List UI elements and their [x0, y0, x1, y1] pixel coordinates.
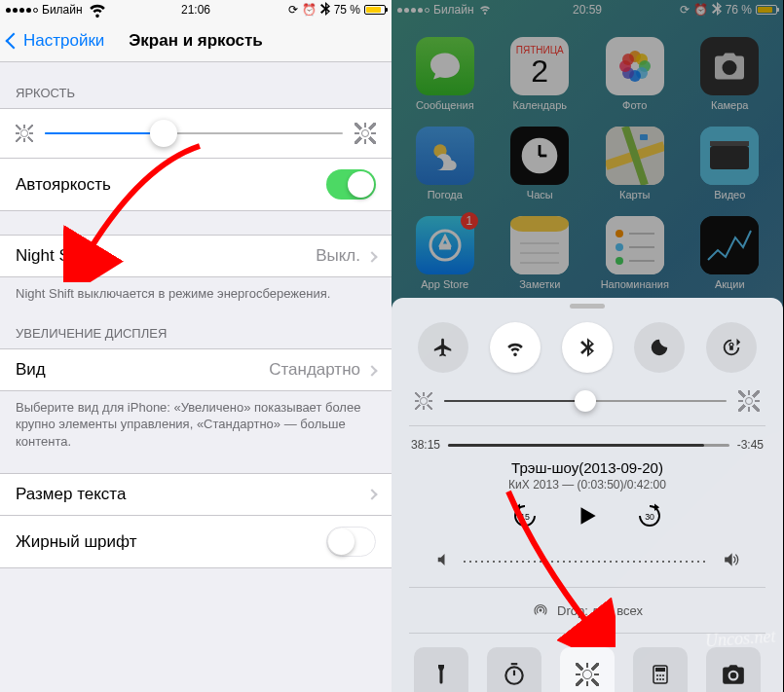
auto-brightness-row[interactable]: Автояркость [0, 158, 392, 211]
elapsed-time: 38:15 [411, 438, 440, 452]
svg-text:30: 30 [645, 512, 654, 522]
volume-low-icon [434, 551, 452, 572]
dnd-toggle[interactable] [634, 322, 685, 373]
svg-rect-31 [729, 346, 733, 350]
chevron-right-icon [366, 365, 377, 376]
sun-high-icon [355, 123, 376, 144]
alarm-icon: ⏰ [302, 3, 317, 17]
night-shift-value: Выкл. [316, 246, 360, 265]
flashlight-button[interactable] [414, 647, 468, 692]
chevron-right-icon [366, 251, 377, 262]
text-size-label: Размер текста [16, 485, 126, 504]
bold-text-toggle[interactable] [326, 527, 376, 557]
nav-bar: Настройки Экран и яркость [0, 19, 392, 62]
svg-point-35 [506, 667, 523, 683]
text-size-row[interactable]: Размер текста [0, 473, 392, 516]
auto-brightness-label: Автояркость [16, 175, 111, 195]
sun-icon [576, 663, 599, 686]
bold-text-label: Жирный шрифт [16, 532, 136, 552]
orientation-lock-icon: ⟳ [288, 3, 298, 17]
cc-brightness-slider[interactable] [444, 400, 727, 402]
section-header-zoom: УВЕЛИЧЕНИЕ ДИСПЛЕЯ [0, 326, 392, 348]
sun-low-icon [415, 392, 432, 410]
settings-screen: Билайн 21:06 ⟳ ⏰ 75 % Настройки Экран и … [0, 0, 392, 692]
skip-fwd-30-button[interactable]: 30 [635, 501, 664, 534]
sun-low-icon [16, 125, 33, 142]
svg-text:15: 15 [520, 512, 530, 522]
svg-point-41 [659, 674, 661, 676]
bluetooth-toggle[interactable] [562, 322, 613, 373]
airplane-toggle[interactable] [418, 322, 468, 373]
sun-high-icon [738, 390, 760, 412]
carrier-label: Билайн [42, 3, 83, 17]
night-shift-button[interactable] [560, 647, 615, 692]
media-subtitle: КиХ 2013 — (0:03:50)/0:42:00 [411, 478, 764, 492]
svg-point-43 [656, 678, 658, 680]
clock: 21:06 [181, 3, 210, 17]
display-zoom-label: Вид [16, 360, 46, 380]
scrubber[interactable] [448, 444, 729, 447]
wifi-toggle[interactable] [490, 322, 541, 373]
brightness-slider[interactable] [45, 132, 343, 134]
play-button[interactable] [575, 503, 600, 532]
display-zoom-footer: Выберите вид для iPhone: «Увеличено» пок… [0, 391, 392, 451]
display-zoom-row[interactable]: Вид Стандартно [0, 348, 392, 391]
cc-handle[interactable] [570, 304, 605, 309]
bluetooth-icon [320, 2, 330, 18]
bold-text-row[interactable]: Жирный шрифт [0, 516, 392, 568]
auto-brightness-toggle[interactable] [326, 169, 376, 200]
cc-brightness-row [392, 381, 783, 421]
orientation-lock-toggle[interactable] [706, 322, 757, 373]
back-button[interactable]: Настройки [8, 31, 104, 51]
camera-button[interactable] [706, 647, 761, 692]
svg-rect-39 [655, 668, 665, 672]
svg-point-44 [659, 678, 661, 680]
cc-media: 38:15 -3:45 Трэш-шоу(2013-09-20) КиХ 201… [392, 430, 783, 583]
skip-back-15-button[interactable]: 15 [510, 501, 540, 534]
remain-time: -3:45 [737, 438, 764, 452]
control-center-screen: Билайн 20:59 ⟳ ⏰ 76 % Сообщения ПЯТНИЦА2… [392, 0, 783, 692]
page-title: Экран и яркость [129, 31, 263, 51]
timer-button[interactable] [487, 647, 541, 692]
night-shift-row[interactable]: Night Shift Выкл. [0, 235, 392, 277]
volume-slider[interactable] [464, 561, 709, 563]
display-zoom-value: Стандартно [269, 360, 360, 379]
svg-point-45 [662, 678, 664, 680]
night-shift-footer: Night Shift выключается в режиме энергос… [0, 277, 392, 303]
chevron-left-icon [6, 32, 22, 49]
chevron-right-icon [366, 490, 377, 500]
volume-high-icon [721, 550, 740, 573]
status-bar: Билайн 21:06 ⟳ ⏰ 75 % [0, 0, 392, 19]
section-header-brightness: ЯРКОСТЬ [0, 86, 392, 108]
svg-point-42 [662, 674, 664, 676]
svg-point-40 [656, 674, 658, 676]
brightness-slider-row [0, 108, 392, 158]
media-title: Трэш-шоу(2013-09-20) [411, 459, 764, 476]
battery-pct: 75 % [334, 3, 360, 17]
svg-point-34 [540, 609, 542, 612]
battery-icon [364, 5, 386, 15]
night-shift-label: Night Shift [16, 246, 92, 266]
calculator-button[interactable] [633, 647, 688, 692]
airdrop-label: Drop: для всех [557, 603, 643, 618]
airdrop-row[interactable]: Drop: для всех [392, 592, 783, 629]
